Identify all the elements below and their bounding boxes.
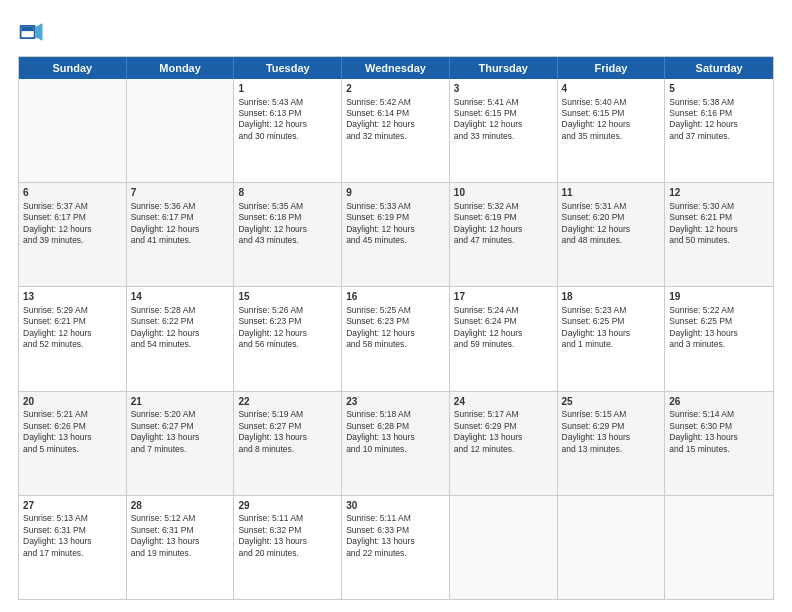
- day-number: 11: [562, 186, 661, 200]
- day-number: 25: [562, 395, 661, 409]
- sunrise-text: Sunrise: 5:36 AM: [131, 201, 196, 211]
- logo: [18, 18, 50, 46]
- sunrise-text: Sunrise: 5:23 AM: [562, 305, 627, 315]
- sunset-text: Sunset: 6:15 PM: [454, 108, 517, 118]
- sunrise-text: Sunrise: 5:13 AM: [23, 513, 88, 523]
- sunset-text: Sunset: 6:15 PM: [562, 108, 625, 118]
- daylight-text: Daylight: 12 hours: [454, 224, 523, 234]
- empty-cell-r4c6: [665, 496, 773, 599]
- daylight-text: Daylight: 12 hours: [454, 119, 523, 129]
- day-number: 21: [131, 395, 230, 409]
- day-number: 27: [23, 499, 122, 513]
- daylight-text: Daylight: 13 hours: [346, 536, 415, 546]
- daylight-text: and 45 minutes.: [346, 235, 406, 245]
- daylight-text: Daylight: 13 hours: [669, 432, 738, 442]
- sunrise-text: Sunrise: 5:29 AM: [23, 305, 88, 315]
- sunset-text: Sunset: 6:19 PM: [346, 212, 409, 222]
- day-number: 26: [669, 395, 769, 409]
- sunset-text: Sunset: 6:18 PM: [238, 212, 301, 222]
- day-cell-5: 5Sunrise: 5:38 AMSunset: 6:16 PMDaylight…: [665, 79, 773, 182]
- day-cell-13: 13Sunrise: 5:29 AMSunset: 6:21 PMDayligh…: [19, 287, 127, 390]
- day-cell-25: 25Sunrise: 5:15 AMSunset: 6:29 PMDayligh…: [558, 392, 666, 495]
- page: Sunday Monday Tuesday Wednesday Thursday…: [0, 0, 792, 612]
- daylight-text: and 33 minutes.: [454, 131, 514, 141]
- sunrise-text: Sunrise: 5:15 AM: [562, 409, 627, 419]
- daylight-text: Daylight: 13 hours: [238, 432, 307, 442]
- day-cell-8: 8Sunrise: 5:35 AMSunset: 6:18 PMDaylight…: [234, 183, 342, 286]
- day-cell-4: 4Sunrise: 5:40 AMSunset: 6:15 PMDaylight…: [558, 79, 666, 182]
- sunrise-text: Sunrise: 5:22 AM: [669, 305, 734, 315]
- sunset-text: Sunset: 6:17 PM: [131, 212, 194, 222]
- day-cell-18: 18Sunrise: 5:23 AMSunset: 6:25 PMDayligh…: [558, 287, 666, 390]
- sunset-text: Sunset: 6:23 PM: [238, 316, 301, 326]
- daylight-text: Daylight: 13 hours: [131, 536, 200, 546]
- sunset-text: Sunset: 6:29 PM: [454, 421, 517, 431]
- day-cell-28: 28Sunrise: 5:12 AMSunset: 6:31 PMDayligh…: [127, 496, 235, 599]
- sunset-text: Sunset: 6:20 PM: [562, 212, 625, 222]
- day-number: 3: [454, 82, 553, 96]
- daylight-text: and 37 minutes.: [669, 131, 729, 141]
- sunset-text: Sunset: 6:25 PM: [562, 316, 625, 326]
- day-number: 7: [131, 186, 230, 200]
- daylight-text: and 43 minutes.: [238, 235, 298, 245]
- daylight-text: Daylight: 12 hours: [131, 224, 200, 234]
- sunset-text: Sunset: 6:24 PM: [454, 316, 517, 326]
- day-cell-7: 7Sunrise: 5:36 AMSunset: 6:17 PMDaylight…: [127, 183, 235, 286]
- logo-icon: [18, 18, 46, 46]
- sunrise-text: Sunrise: 5:26 AM: [238, 305, 303, 315]
- sunset-text: Sunset: 6:31 PM: [131, 525, 194, 535]
- sunset-text: Sunset: 6:13 PM: [238, 108, 301, 118]
- sunset-text: Sunset: 6:25 PM: [669, 316, 732, 326]
- sunset-text: Sunset: 6:19 PM: [454, 212, 517, 222]
- daylight-text: and 52 minutes.: [23, 339, 83, 349]
- sunrise-text: Sunrise: 5:32 AM: [454, 201, 519, 211]
- daylight-text: and 3 minutes.: [669, 339, 725, 349]
- day-cell-26: 26Sunrise: 5:14 AMSunset: 6:30 PMDayligh…: [665, 392, 773, 495]
- sunrise-text: Sunrise: 5:33 AM: [346, 201, 411, 211]
- day-cell-29: 29Sunrise: 5:11 AMSunset: 6:32 PMDayligh…: [234, 496, 342, 599]
- day-number: 9: [346, 186, 445, 200]
- day-number: 18: [562, 290, 661, 304]
- day-number: 10: [454, 186, 553, 200]
- daylight-text: and 8 minutes.: [238, 444, 294, 454]
- day-number: 29: [238, 499, 337, 513]
- sunset-text: Sunset: 6:23 PM: [346, 316, 409, 326]
- day-cell-10: 10Sunrise: 5:32 AMSunset: 6:19 PMDayligh…: [450, 183, 558, 286]
- header-saturday: Saturday: [665, 57, 773, 79]
- day-number: 22: [238, 395, 337, 409]
- sunrise-text: Sunrise: 5:43 AM: [238, 97, 303, 107]
- day-number: 19: [669, 290, 769, 304]
- daylight-text: and 12 minutes.: [454, 444, 514, 454]
- sunset-text: Sunset: 6:30 PM: [669, 421, 732, 431]
- sunrise-text: Sunrise: 5:19 AM: [238, 409, 303, 419]
- day-cell-12: 12Sunrise: 5:30 AMSunset: 6:21 PMDayligh…: [665, 183, 773, 286]
- daylight-text: Daylight: 13 hours: [131, 432, 200, 442]
- day-cell-27: 27Sunrise: 5:13 AMSunset: 6:31 PMDayligh…: [19, 496, 127, 599]
- day-number: 4: [562, 82, 661, 96]
- sunrise-text: Sunrise: 5:11 AM: [346, 513, 411, 523]
- day-cell-21: 21Sunrise: 5:20 AMSunset: 6:27 PMDayligh…: [127, 392, 235, 495]
- sunrise-text: Sunrise: 5:18 AM: [346, 409, 411, 419]
- sunrise-text: Sunrise: 5:41 AM: [454, 97, 519, 107]
- day-number: 2: [346, 82, 445, 96]
- sunset-text: Sunset: 6:33 PM: [346, 525, 409, 535]
- sunrise-text: Sunrise: 5:42 AM: [346, 97, 411, 107]
- daylight-text: and 32 minutes.: [346, 131, 406, 141]
- sunset-text: Sunset: 6:17 PM: [23, 212, 86, 222]
- daylight-text: Daylight: 12 hours: [562, 119, 631, 129]
- empty-cell-r4c4: [450, 496, 558, 599]
- header-wednesday: Wednesday: [342, 57, 450, 79]
- day-number: 30: [346, 499, 445, 513]
- empty-cell-r4c5: [558, 496, 666, 599]
- day-number: 15: [238, 290, 337, 304]
- day-number: 24: [454, 395, 553, 409]
- calendar-header: Sunday Monday Tuesday Wednesday Thursday…: [19, 57, 773, 79]
- sunset-text: Sunset: 6:26 PM: [23, 421, 86, 431]
- sunrise-text: Sunrise: 5:35 AM: [238, 201, 303, 211]
- calendar-row-5: 27Sunrise: 5:13 AMSunset: 6:31 PMDayligh…: [19, 496, 773, 599]
- sunrise-text: Sunrise: 5:12 AM: [131, 513, 196, 523]
- day-number: 14: [131, 290, 230, 304]
- header-sunday: Sunday: [19, 57, 127, 79]
- daylight-text: and 39 minutes.: [23, 235, 83, 245]
- sunrise-text: Sunrise: 5:31 AM: [562, 201, 627, 211]
